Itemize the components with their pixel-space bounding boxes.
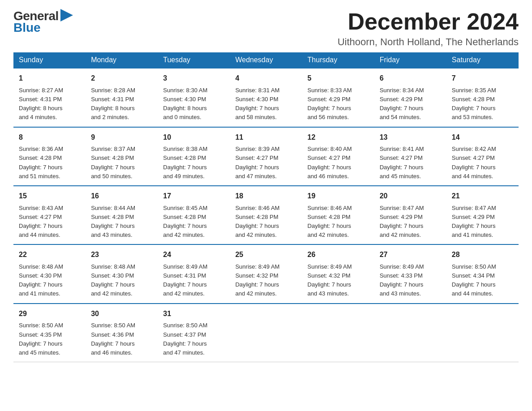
logo: General Blue — [13, 9, 73, 35]
day-info: Sunrise: 8:44 AMSunset: 4:28 PMDaylight:… — [91, 205, 135, 238]
day-number: 26 — [308, 249, 369, 261]
calendar-cell: 17 Sunrise: 8:45 AMSunset: 4:28 PMDaylig… — [158, 186, 230, 244]
col-thursday: Thursday — [302, 52, 374, 68]
day-number: 13 — [380, 132, 441, 143]
day-info: Sunrise: 8:43 AMSunset: 4:27 PMDaylight:… — [19, 205, 63, 238]
title-area: December 2024 Uithoorn, North Holland, T… — [338, 9, 519, 48]
day-info: Sunrise: 8:38 AMSunset: 4:28 PMDaylight:… — [163, 146, 207, 179]
day-info: Sunrise: 8:34 AMSunset: 4:29 PMDaylight:… — [380, 87, 424, 120]
day-number: 25 — [235, 249, 296, 261]
calendar-cell — [302, 304, 374, 362]
calendar-cell: 23 Sunrise: 8:48 AMSunset: 4:30 PMDaylig… — [86, 244, 158, 303]
calendar-cell: 26 Sunrise: 8:49 AMSunset: 4:32 PMDaylig… — [302, 244, 374, 303]
day-number: 7 — [452, 73, 513, 84]
day-number: 8 — [19, 132, 80, 143]
calendar-cell: 21 Sunrise: 8:47 AMSunset: 4:29 PMDaylig… — [446, 186, 519, 244]
day-info: Sunrise: 8:46 AMSunset: 4:28 PMDaylight:… — [235, 205, 279, 238]
calendar-cell: 27 Sunrise: 8:49 AMSunset: 4:33 PMDaylig… — [374, 244, 446, 303]
col-monday: Monday — [86, 52, 158, 68]
day-number: 31 — [163, 308, 224, 320]
day-number: 2 — [91, 73, 152, 84]
day-info: Sunrise: 8:49 AMSunset: 4:31 PMDaylight:… — [163, 263, 207, 297]
day-info: Sunrise: 8:36 AMSunset: 4:28 PMDaylight:… — [19, 146, 63, 179]
day-number: 29 — [19, 308, 80, 320]
col-wednesday: Wednesday — [230, 52, 302, 68]
day-number: 10 — [163, 132, 224, 143]
day-number: 17 — [163, 191, 224, 202]
calendar-cell: 28 Sunrise: 8:50 AMSunset: 4:34 PMDaylig… — [446, 244, 519, 303]
calendar-cell: 10 Sunrise: 8:38 AMSunset: 4:28 PMDaylig… — [158, 127, 230, 186]
calendar-week-row: 22 Sunrise: 8:48 AMSunset: 4:30 PMDaylig… — [13, 244, 519, 303]
calendar-week-row: 15 Sunrise: 8:43 AMSunset: 4:27 PMDaylig… — [13, 186, 519, 244]
day-info: Sunrise: 8:47 AMSunset: 4:29 PMDaylight:… — [380, 205, 424, 238]
day-number: 9 — [91, 132, 152, 143]
calendar-cell: 31 Sunrise: 8:50 AMSunset: 4:37 PMDaylig… — [158, 304, 230, 362]
day-info: Sunrise: 8:49 AMSunset: 4:32 PMDaylight:… — [308, 263, 352, 297]
day-info: Sunrise: 8:28 AMSunset: 4:31 PMDaylight:… — [91, 87, 135, 120]
day-info: Sunrise: 8:40 AMSunset: 4:27 PMDaylight:… — [308, 146, 352, 179]
calendar-cell: 30 Sunrise: 8:50 AMSunset: 4:36 PMDaylig… — [86, 304, 158, 362]
day-number: 27 — [380, 249, 441, 261]
calendar-body: 1 Sunrise: 8:27 AMSunset: 4:31 PMDayligh… — [13, 68, 519, 362]
svg-marker-0 — [60, 9, 73, 21]
calendar-header: Sunday Monday Tuesday Wednesday Thursday… — [13, 52, 519, 68]
day-number: 19 — [308, 191, 369, 202]
day-number: 20 — [380, 191, 441, 202]
calendar-cell: 13 Sunrise: 8:41 AMSunset: 4:27 PMDaylig… — [374, 127, 446, 186]
day-number: 28 — [452, 249, 513, 261]
calendar-week-row: 8 Sunrise: 8:36 AMSunset: 4:28 PMDayligh… — [13, 127, 519, 186]
day-info: Sunrise: 8:46 AMSunset: 4:28 PMDaylight:… — [308, 205, 352, 238]
col-friday: Friday — [374, 52, 446, 68]
calendar-cell: 14 Sunrise: 8:42 AMSunset: 4:27 PMDaylig… — [446, 127, 519, 186]
col-sunday: Sunday — [13, 52, 86, 68]
header-row: Sunday Monday Tuesday Wednesday Thursday… — [13, 52, 519, 68]
day-number: 4 — [235, 73, 296, 84]
col-tuesday: Tuesday — [158, 52, 230, 68]
day-info: Sunrise: 8:50 AMSunset: 4:35 PMDaylight:… — [19, 322, 63, 355]
calendar-cell: 1 Sunrise: 8:27 AMSunset: 4:31 PMDayligh… — [13, 68, 86, 127]
day-number: 11 — [235, 132, 296, 143]
calendar-week-row: 29 Sunrise: 8:50 AMSunset: 4:35 PMDaylig… — [13, 304, 519, 362]
calendar-cell: 19 Sunrise: 8:46 AMSunset: 4:28 PMDaylig… — [302, 186, 374, 244]
calendar-cell: 25 Sunrise: 8:49 AMSunset: 4:32 PMDaylig… — [230, 244, 302, 303]
day-info: Sunrise: 8:30 AMSunset: 4:30 PMDaylight:… — [163, 87, 207, 120]
calendar-cell: 20 Sunrise: 8:47 AMSunset: 4:29 PMDaylig… — [374, 186, 446, 244]
calendar-cell: 8 Sunrise: 8:36 AMSunset: 4:28 PMDayligh… — [13, 127, 86, 186]
day-info: Sunrise: 8:31 AMSunset: 4:30 PMDaylight:… — [235, 87, 279, 120]
page-header: General Blue December 2024 Uithoorn, Nor… — [13, 9, 519, 48]
day-info: Sunrise: 8:33 AMSunset: 4:29 PMDaylight:… — [308, 87, 352, 120]
day-info: Sunrise: 8:35 AMSunset: 4:28 PMDaylight:… — [452, 87, 496, 120]
day-info: Sunrise: 8:50 AMSunset: 4:36 PMDaylight:… — [91, 322, 135, 355]
month-title: December 2024 — [338, 9, 519, 34]
day-number: 1 — [19, 73, 80, 84]
logo-blue-text: Blue — [13, 21, 41, 35]
day-number: 30 — [91, 308, 152, 320]
calendar-week-row: 1 Sunrise: 8:27 AMSunset: 4:31 PMDayligh… — [13, 68, 519, 127]
day-info: Sunrise: 8:27 AMSunset: 4:31 PMDaylight:… — [19, 87, 63, 120]
day-number: 16 — [91, 191, 152, 202]
day-number: 5 — [308, 73, 369, 84]
calendar-table: Sunday Monday Tuesday Wednesday Thursday… — [13, 52, 519, 362]
day-number: 18 — [235, 191, 296, 202]
calendar-cell: 22 Sunrise: 8:48 AMSunset: 4:30 PMDaylig… — [13, 244, 86, 303]
day-info: Sunrise: 8:50 AMSunset: 4:37 PMDaylight:… — [163, 322, 207, 355]
calendar-cell — [374, 304, 446, 362]
day-number: 21 — [452, 191, 513, 202]
day-info: Sunrise: 8:45 AMSunset: 4:28 PMDaylight:… — [163, 205, 207, 238]
day-number: 22 — [19, 249, 80, 261]
day-info: Sunrise: 8:42 AMSunset: 4:27 PMDaylight:… — [452, 146, 496, 179]
col-saturday: Saturday — [446, 52, 519, 68]
calendar-cell: 9 Sunrise: 8:37 AMSunset: 4:28 PMDayligh… — [86, 127, 158, 186]
day-info: Sunrise: 8:49 AMSunset: 4:33 PMDaylight:… — [380, 263, 424, 297]
calendar-cell: 29 Sunrise: 8:50 AMSunset: 4:35 PMDaylig… — [13, 304, 86, 362]
day-number: 14 — [452, 132, 513, 143]
day-number: 15 — [19, 191, 80, 202]
day-number: 23 — [91, 249, 152, 261]
day-info: Sunrise: 8:50 AMSunset: 4:34 PMDaylight:… — [452, 263, 496, 297]
calendar-cell: 5 Sunrise: 8:33 AMSunset: 4:29 PMDayligh… — [302, 68, 374, 127]
location-subtitle: Uithoorn, North Holland, The Netherlands — [338, 36, 519, 48]
calendar-cell: 7 Sunrise: 8:35 AMSunset: 4:28 PMDayligh… — [446, 68, 519, 127]
day-info: Sunrise: 8:48 AMSunset: 4:30 PMDaylight:… — [91, 263, 135, 297]
calendar-cell: 3 Sunrise: 8:30 AMSunset: 4:30 PMDayligh… — [158, 68, 230, 127]
day-info: Sunrise: 8:41 AMSunset: 4:27 PMDaylight:… — [380, 146, 424, 179]
